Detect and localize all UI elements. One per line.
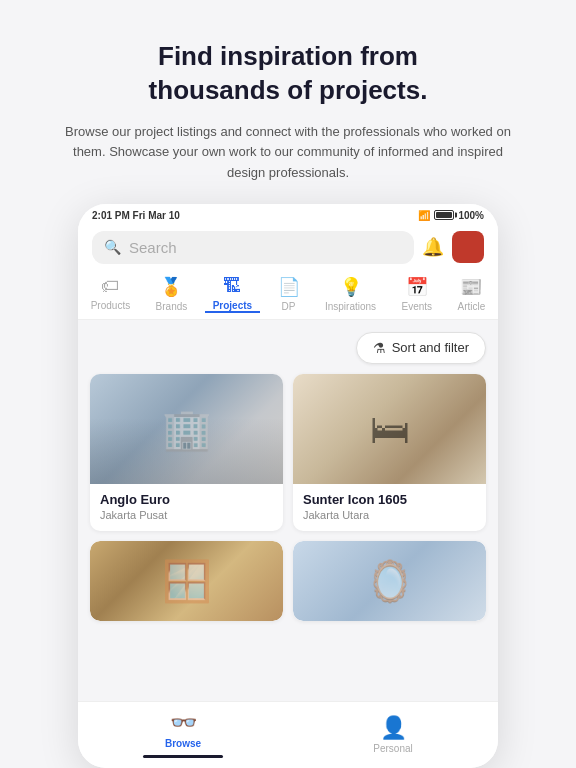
dp-label: DP	[282, 301, 296, 312]
project-info-0: Anglo Euro Jakarta Pusat	[90, 484, 283, 531]
inspirations-icon: 💡	[340, 276, 362, 298]
brands-icon: 🏅	[160, 276, 182, 298]
tab-products[interactable]: 🏷 Products	[83, 276, 138, 313]
bottom-nav-browse[interactable]: 👓 Browse	[78, 710, 288, 758]
search-icon: 🔍	[104, 239, 121, 255]
products-icon: 🏷	[101, 276, 119, 297]
phone-frame: 2:01 PM Fri Mar 10 📶 100% 🔍 Search 🔔 🏷 P…	[78, 204, 498, 768]
browse-icon: 👓	[170, 710, 197, 736]
header-section: Find inspiration from thousands of proje…	[0, 0, 576, 204]
project-grid: Anglo Euro Jakarta Pusat Sunter Icon 160…	[90, 374, 486, 621]
project-card-0[interactable]: Anglo Euro Jakarta Pusat	[90, 374, 283, 531]
avatar[interactable]	[452, 231, 484, 263]
page-title: Find inspiration from thousands of proje…	[60, 40, 516, 108]
status-bar: 2:01 PM Fri Mar 10 📶 100%	[78, 204, 498, 225]
article-label: Article	[457, 301, 485, 312]
brands-label: Brands	[156, 301, 188, 312]
status-time: 2:01 PM Fri Mar 10	[92, 210, 180, 221]
project-card-3[interactable]	[293, 541, 486, 621]
article-icon: 📰	[460, 276, 482, 298]
products-label: Products	[91, 300, 130, 311]
projects-label: Projects	[213, 300, 252, 311]
sort-filter-label: Sort and filter	[392, 340, 469, 355]
project-image-3	[293, 541, 486, 621]
header-icons: 🔔	[422, 231, 484, 263]
search-bar[interactable]: 🔍 Search	[92, 231, 414, 264]
project-image-0	[90, 374, 283, 484]
tab-article[interactable]: 📰 Article	[449, 276, 493, 313]
tab-projects[interactable]: 🏗 Projects	[205, 276, 260, 313]
personal-label: Personal	[373, 743, 412, 754]
events-icon: 📅	[406, 276, 428, 298]
project-name-0: Anglo Euro	[100, 492, 273, 507]
tab-brands[interactable]: 🏅 Brands	[148, 276, 196, 313]
project-info-1: Sunter Icon 1605 Jakarta Utara	[293, 484, 486, 531]
browse-indicator	[143, 755, 223, 758]
project-location-1: Jakarta Utara	[303, 509, 476, 521]
search-placeholder: Search	[129, 239, 402, 256]
status-icons: 📶 100%	[418, 210, 484, 221]
nav-tabs: 🏷 Products 🏅 Brands 🏗 Projects 📄 DP 💡 In…	[78, 268, 498, 320]
bottom-nav-personal[interactable]: 👤 Personal	[288, 715, 498, 754]
content-area: ⚗ Sort and filter Anglo Euro Jakarta Pus…	[78, 320, 498, 701]
project-location-0: Jakarta Pusat	[100, 509, 273, 521]
project-name-1: Sunter Icon 1605	[303, 492, 476, 507]
battery-percent: 100%	[458, 210, 484, 221]
inspirations-label: Inspirations	[325, 301, 376, 312]
sort-filter-button[interactable]: ⚗ Sort and filter	[356, 332, 486, 364]
bottom-nav: 👓 Browse 👤 Personal	[78, 701, 498, 768]
tab-events[interactable]: 📅 Events	[394, 276, 441, 313]
project-image-1	[293, 374, 486, 484]
tab-inspirations[interactable]: 💡 Inspirations	[317, 276, 384, 313]
notification-icon[interactable]: 🔔	[422, 236, 444, 258]
browse-label: Browse	[165, 738, 201, 749]
events-label: Events	[402, 301, 433, 312]
project-card-2[interactable]	[90, 541, 283, 621]
filter-icon: ⚗	[373, 340, 386, 356]
dp-icon: 📄	[278, 276, 300, 298]
project-card-1[interactable]: Sunter Icon 1605 Jakarta Utara	[293, 374, 486, 531]
project-image-2	[90, 541, 283, 621]
page-subtitle: Browse our project listings and connect …	[60, 122, 516, 184]
projects-icon: 🏗	[223, 276, 241, 297]
battery-icon	[434, 210, 454, 220]
wifi-icon: 📶	[418, 210, 430, 221]
sort-filter-row: ⚗ Sort and filter	[90, 332, 486, 364]
tab-dp[interactable]: 📄 DP	[270, 276, 308, 313]
search-bar-wrap: 🔍 Search	[92, 231, 414, 264]
personal-icon: 👤	[380, 715, 407, 741]
